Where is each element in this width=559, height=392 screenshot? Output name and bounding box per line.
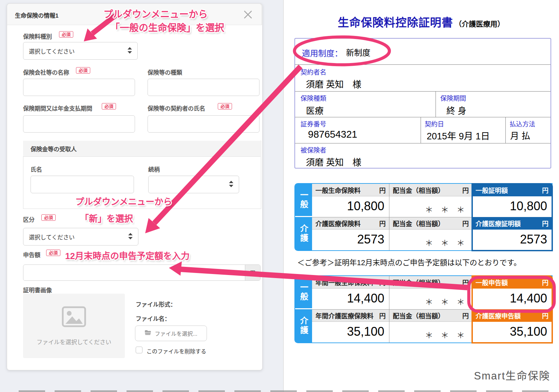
dividend-value: ＊ ＊ ＊ [389,230,472,250]
select-chevron-icon [229,181,233,189]
kubun-select[interactable]: 選択してください [23,228,138,246]
folder-icon [144,330,151,337]
row-band-general: 一般 [295,184,312,217]
amount-input[interactable] [23,265,244,280]
beneficiary-name-label: 氏名 [31,165,42,173]
certificate-title-main: 生命保険料控除証明書 [338,16,453,29]
certified-header: 一般証明額円 [472,184,552,196]
screen: 生命保険の情報1 保険料種別 必須 選択してください 保険会社等の名称 必須 保… [0,0,559,392]
contractor-name-value: 須磨 英知 様 [306,77,361,90]
close-icon[interactable] [243,9,253,20]
contract-date-label: 契約日 [425,119,444,128]
beneficiary-name-input[interactable] [31,176,134,193]
select-chevron-icon [128,47,132,55]
file-select-button-label: ファイルを選択... [155,329,197,337]
payment-method-value: 月 払 [510,129,530,141]
file-select-button[interactable]: ファイルを選択... [135,326,207,341]
declared-header: 介護医療申告額円 [472,309,552,322]
required-badge: 必須 [218,103,232,110]
amount-input-group: 円 [23,264,261,281]
amount-unit-addon: 円 [245,265,260,280]
premium-header: 一般生命保険料円 [312,184,389,196]
premium-value: 14,400 [312,289,389,309]
declared-amount-table: 一般 介護 年間一般生命保険料円 配当金（相当額）円 一般申告額円 14,400… [294,275,553,343]
bottom-edge-decoration [19,390,555,392]
certificate-title-suffix: （介護医療用） [455,20,504,28]
insurance-type-label: 保険種類 [301,93,326,102]
insurance-period-label: 保険期間 [440,93,466,102]
annotation-top-line2: 「一般の生命保険」を選択 [110,20,224,34]
required-badge: 必須 [46,250,60,256]
period-input[interactable] [23,115,135,133]
contractor-name-label: 契約者名 [301,67,326,76]
annotation-kubun-line2: 「新」を選択 [80,212,133,224]
file-name-label: ファイル名： [136,314,170,322]
dividend-header: 配当金（相当額）円 [389,309,472,322]
dividend-header: 配当金（相当額）円 [389,276,472,289]
required-badge: 必須 [59,31,73,38]
required-badge: 必須 [76,67,90,74]
row-band-kaigo: 介護 [295,309,312,342]
kubun-label: 区分 [23,215,35,223]
dividend-value: ＊ ＊ ＊ [389,196,472,217]
dividend-header: 配当金（相当額）円 [389,217,472,230]
declared-header: 一般申告額円 [472,276,552,289]
insurance-kind-input[interactable] [148,79,259,96]
premium-value: 2573 [312,230,389,250]
certified-amount-table: 一般 介護 一般生命保険料円 配当金（相当額）円 一般証明額円 10,800 ＊… [294,183,553,251]
premium-header: 年間一般生命保険料円 [312,276,389,289]
premium-type-select[interactable]: 選択してください [23,42,138,60]
file-placeholder-text: ファイルを選択してください [37,337,111,346]
row-band-kaigo: 介護 [295,217,312,250]
amount-label: 申告額 [23,250,40,259]
certified-value: 10,800 [472,196,552,217]
insurance-type-value: 医療 [306,104,324,116]
certificate-info-box: 適用制度： 新制度 契約者名 須磨 英知 様 保険種類 医療 保険期間 終 身 … [294,38,551,169]
premium-header: 介護医療保険料円 [312,217,389,230]
annotation-kubun-line1: プルダウンメニューから [75,195,172,207]
insured-label: 被保険者 [301,145,326,154]
kubun-select-value: 選択してください [29,233,75,241]
certified-header: 介護医療証明額円 [472,217,552,230]
applied-system-value: 新制度 [346,46,370,58]
contractor-label: 保険等の契約者の氏名 [148,104,205,112]
premium-value: 35,100 [312,322,389,342]
file-format-label: ファイル形式： [136,300,176,308]
company-input[interactable] [23,79,135,96]
annotation-top-line1: プルダウンメニューから [103,7,208,20]
contractor-input[interactable] [148,115,259,133]
file-drop-area[interactable]: ファイルを選択してください [23,294,125,358]
required-badge: 必須 [102,103,116,110]
contract-date-value: 2015年 9月 1日 [427,129,490,142]
payment-method-label: 払込方法 [509,119,535,128]
insurance-period-value: 終 身 [446,104,466,116]
applied-system-label: 適用制度： [302,47,343,59]
declared-value: 14,400 [472,289,552,309]
premium-type-label: 保険料種別 [23,32,52,40]
dividend-value: ＊ ＊ ＊ [389,322,472,342]
insurance-kind-label: 保険等の種類 [148,68,182,76]
policy-number-value: 987654321 [308,129,357,140]
annotation-amount: 12月末時点の申告予定額を入力 [65,249,190,261]
modal-title: 生命保険の情報1 [15,11,58,19]
certificate-title: 生命保険料控除証明書 （介護医療用） [283,14,559,30]
premium-value: 10,800 [312,196,389,217]
row-band-general: 一般 [295,276,312,309]
image-placeholder-icon [62,306,86,329]
premium-header: 年間介護医療保険料円 [312,309,389,322]
select-chevron-icon [128,233,133,241]
relationship-select[interactable] [148,176,239,193]
declared-value: 35,100 [472,322,552,342]
brand-logo: Smart生命保険 [474,367,550,383]
certificate-image-label: 証明書画像 [23,286,52,294]
certified-value: 2573 [472,230,552,250]
required-badge: 必須 [41,214,56,221]
delete-file-checkbox[interactable] [136,347,142,353]
dividend-value: ＊ ＊ ＊ [389,289,472,309]
relationship-label: 続柄 [148,165,160,173]
period-label: 保険期間又は年金支払期間 [23,104,92,112]
insured-value: 須磨 英知 様 [306,155,361,168]
premium-type-select-value: 選択してください [29,47,75,55]
company-label: 保険会社等の名称 [23,68,69,76]
policy-number-label: 証券番号 [301,119,326,128]
